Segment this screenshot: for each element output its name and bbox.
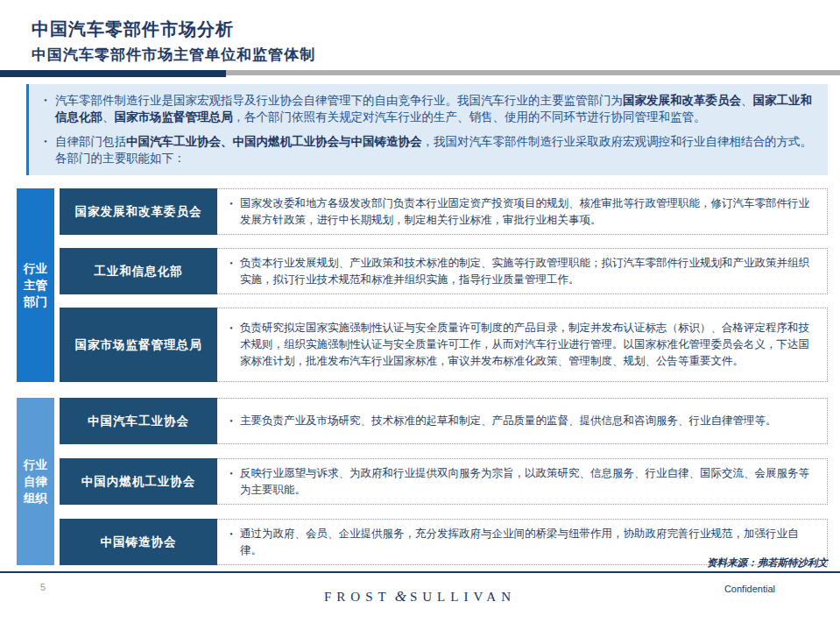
section-label-line: 行业 xyxy=(24,457,47,473)
description-text: 负责本行业发展规划、产业政策和技术标准的制定、实施等行政管理职能；拟订汽车零部件… xyxy=(240,255,816,288)
title-divider xyxy=(0,70,840,77)
row-description: •反映行业愿望与诉求、为政府和行业提供双向服务为宗旨，以政策研究、信息服务、行业… xyxy=(222,465,816,499)
confidential-label: Confidential xyxy=(724,584,775,594)
row-description-cell: •主要负责产业及市场研究、技术标准的起草和制定、产品质量的监督、提供信息和咨询服… xyxy=(217,398,828,444)
table-row: 中国汽车工业协会•主要负责产业及市场研究、技术标准的起草和制定、产品质量的监督、… xyxy=(60,398,828,444)
row-header: 国家市场监督管理总局 xyxy=(60,308,217,382)
table-row: 工业和信息化部•负责本行业发展规划、产业政策和技术标准的制定、实施等行政管理职能… xyxy=(60,248,828,294)
row-description-cell: •国家发改委和地方各级发改部门负责本行业固定资产投资项目的规划、核准审批等行政管… xyxy=(217,188,828,235)
bullet-marker: • xyxy=(222,255,240,288)
divider-navy-segment xyxy=(0,70,226,77)
description-text: 反映行业愿望与诉求、为政府和行业提供双向服务为宗旨，以政策研究、信息服务、行业自… xyxy=(240,465,816,499)
text-segment: 、 xyxy=(741,94,753,107)
row-description: •负责研究拟定国家实施强制性认证与安全质量许可制度的产品目录，制定并发布认证标志… xyxy=(222,320,816,370)
row-header: 中国铸造协会 xyxy=(60,519,217,565)
section-label: 行业主管部门 xyxy=(17,188,54,382)
row-header: 中国内燃机工业协会 xyxy=(60,458,217,505)
description-text: 通过为政府、会员、企业提供服务，充分发挥政府与企业间的桥梁与纽带作用，协助政府完… xyxy=(240,526,816,559)
intro-bullet: •汽车零部件制造行业是国家宏观指导及行业协会自律管理下的自由竞争行业。我国汽车行… xyxy=(36,92,815,125)
page-title: 中国汽车零部件市场分析 xyxy=(32,18,234,41)
bullet-marker: • xyxy=(222,465,240,499)
intro-block: •汽车零部件制造行业是国家宏观指导及行业协会自律管理下的自由竞争行业。我国汽车行… xyxy=(26,84,828,175)
divider-gray-segment xyxy=(226,70,840,75)
section-label-line: 主管 xyxy=(24,277,47,294)
row-description: •通过为政府、会员、企业提供服务，充分发挥政府与企业间的桥梁与纽带作用，协助政府… xyxy=(222,526,816,559)
bullet-marker: • xyxy=(36,92,55,125)
bold-segment: 中国汽车工业协会、中国内燃机工业协会与中国铸造协会 xyxy=(126,135,422,148)
table-row: 国家发展和改革委员会•国家发改委和地方各级发改部门负责本行业固定资产投资项目的规… xyxy=(60,188,828,235)
row-description: •主要负责产业及市场研究、技术标准的起草和制定、产品质量的监督、提供信息和咨询服… xyxy=(222,413,777,429)
regulator-section: 行业自律组织中国汽车工业协会•主要负责产业及市场研究、技术标准的起草和制定、产品… xyxy=(17,398,828,565)
text-segment: 自律部门包括 xyxy=(55,135,126,148)
regulator-tables: 行业主管部门国家发展和改革委员会•国家发改委和地方各级发改部门负责本行业固定资产… xyxy=(17,188,828,581)
section-rows: 中国汽车工业协会•主要负责产业及市场研究、技术标准的起草和制定、产品质量的监督、… xyxy=(60,398,828,565)
section-label: 行业自律组织 xyxy=(17,398,54,565)
row-description-cell: •负责研究拟定国家实施强制性认证与安全质量许可制度的产品目录，制定并发布认证标志… xyxy=(217,308,828,382)
source-note: 资料来源：弗若斯特沙利文 xyxy=(707,556,828,570)
bullet-marker: • xyxy=(36,133,55,166)
row-header: 中国汽车工业协会 xyxy=(60,398,217,444)
bullet-marker: • xyxy=(222,526,240,559)
description-text: 国家发改委和地方各级发改部门负责本行业固定资产投资项目的规划、核准审批等行政管理… xyxy=(240,195,816,229)
section-label-line: 组织 xyxy=(24,490,47,506)
table-row: 中国内燃机工业协会•反映行业愿望与诉求、为政府和行业提供双向服务为宗旨，以政策研… xyxy=(60,458,828,505)
section-label-line: 自律 xyxy=(24,473,47,490)
text-segment: 、 xyxy=(102,110,115,124)
bullet-marker: • xyxy=(222,320,240,370)
section-label-line: 部门 xyxy=(24,294,47,310)
bullet-marker: • xyxy=(222,413,240,429)
section-label-line: 行业 xyxy=(24,260,47,277)
frost-sullivan-logo: FROST&SULLIVAN xyxy=(0,588,840,605)
table-row: 国家市场监督管理总局•负责研究拟定国家实施强制性认证与安全质量许可制度的产品目录… xyxy=(60,308,828,382)
bullet-text: 汽车零部件制造行业是国家宏观指导及行业协会自律管理下的自由竞争行业。我国汽车行业… xyxy=(55,92,815,125)
row-header: 工业和信息化部 xyxy=(60,248,217,294)
row-description-cell: •反映行业愿望与诉求、为政府和行业提供双向服务为宗旨，以政策研究、信息服务、行业… xyxy=(217,458,828,505)
logo-sullivan: SULLIVAN xyxy=(410,590,516,604)
logo-frost: FROST xyxy=(324,590,392,604)
bold-segment: 国家发展和改革委员会 xyxy=(623,94,741,107)
logo-ampersand: & xyxy=(392,588,410,605)
regulator-section: 行业主管部门国家发展和改革委员会•国家发改委和地方各级发改部门负责本行业固定资产… xyxy=(17,188,828,382)
bullet-text: 自律部门包括中国汽车工业协会、中国内燃机工业协会与中国铸造协会，我国对汽车零部件… xyxy=(55,133,815,166)
text-segment: 汽车零部件制造行业是国家宏观指导及行业协会自律管理下的自由竞争行业。我国汽车行业… xyxy=(55,94,623,107)
row-header: 国家发展和改革委员会 xyxy=(60,188,217,235)
intro-bullet: •自律部门包括中国汽车工业协会、中国内燃机工业协会与中国铸造协会，我国对汽车零部… xyxy=(36,133,815,166)
description-text: 主要负责产业及市场研究、技术标准的起草和制定、产品质量的监督、提供信息和咨询服务… xyxy=(240,413,777,429)
bold-segment: 国家市场监督管理总局 xyxy=(115,110,233,124)
row-description: •负责本行业发展规划、产业政策和技术标准的制定、实施等行政管理职能；拟订汽车零部… xyxy=(222,255,816,288)
bullet-marker: • xyxy=(222,195,240,229)
footer-divider xyxy=(0,571,840,573)
text-segment: ，各个部门依照有关规定对汽车行业的生产、销售、使用的不同环节进行协同管理和监管。 xyxy=(233,110,706,124)
section-rows: 国家发展和改革委员会•国家发改委和地方各级发改部门负责本行业固定资产投资项目的规… xyxy=(60,188,828,382)
description-text: 负责研究拟定国家实施强制性认证与安全质量许可制度的产品目录，制定并发布认证标志（… xyxy=(240,320,816,370)
row-description: •国家发改委和地方各级发改部门负责本行业固定资产投资项目的规划、核准审批等行政管… xyxy=(222,195,816,229)
page-subtitle: 中国汽车零部件市场主管单位和监管体制 xyxy=(32,45,315,65)
row-description-cell: •负责本行业发展规划、产业政策和技术标准的制定、实施等行政管理职能；拟订汽车零部… xyxy=(217,248,828,294)
